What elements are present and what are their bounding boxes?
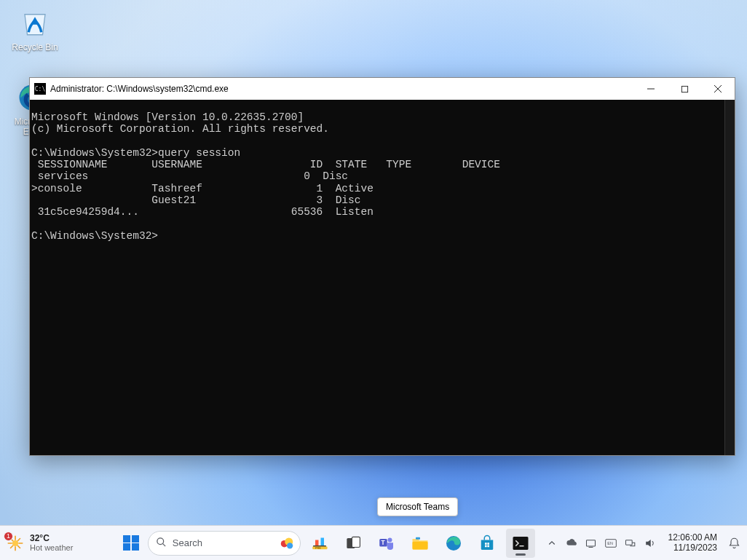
onedrive-tray-icon[interactable] — [566, 537, 577, 549]
window-title: Administrator: C:\Windows\system32\cmd.e… — [50, 84, 634, 94]
taskbar: 1 32°C Hot weather Search — [0, 525, 747, 560]
svg-rect-24 — [485, 543, 487, 545]
tray-icon[interactable] — [585, 537, 597, 549]
system-tray: EN 12:06:00 AM 11/19/2023 — [546, 533, 741, 553]
maximize-button[interactable] — [668, 78, 701, 100]
copilot-taskbar-button[interactable]: PRE — [305, 529, 334, 558]
volume-tray-icon[interactable] — [644, 537, 656, 549]
desktop: Recycle Bin Microsoft Ed... C:\ Administ… — [0, 0, 747, 560]
search-box[interactable]: Search — [148, 531, 301, 556]
svg-rect-26 — [485, 545, 487, 547]
weather-badge: 1 — [4, 532, 13, 541]
taskbar-clock[interactable]: 12:06:00 AM 11/19/2023 — [668, 533, 717, 553]
chevron-up-icon[interactable] — [546, 537, 558, 549]
svg-rect-27 — [487, 545, 489, 547]
console-line: C:\Windows\System32>query session — [31, 147, 240, 159]
search-highlight-icon — [278, 535, 296, 552]
recycle-bin-label: Recycle Bin — [7, 42, 63, 52]
task-view-button[interactable] — [339, 529, 368, 558]
console-line: Microsoft Windows [Version 10.0.22635.27… — [31, 111, 304, 123]
svg-rect-30 — [587, 540, 596, 546]
svg-text:T: T — [381, 540, 384, 546]
edge-taskbar-button[interactable] — [439, 529, 468, 558]
windows-logo-icon — [123, 535, 139, 551]
start-button[interactable] — [119, 531, 143, 556]
weather-desc: Hot weather — [30, 543, 73, 552]
console-line: >console Tashreef 1 Active — [31, 183, 374, 194]
console-line: SESSIONNAME USERNAME ID STATE TYPE DEVIC… — [31, 159, 500, 170]
close-button[interactable] — [701, 78, 735, 100]
svg-rect-22 — [416, 537, 420, 539]
svg-rect-21 — [412, 541, 427, 549]
console-line — [31, 135, 38, 147]
teams-taskbar-button[interactable]: T — [372, 529, 401, 558]
svg-point-8 — [157, 537, 164, 544]
console-output[interactable]: Microsoft Windows [Version 10.0.22635.27… — [30, 100, 735, 455]
console-line: 31c5ce94259d4... 65536 Listen — [31, 206, 374, 218]
notifications-tray-icon[interactable] — [727, 537, 741, 549]
terminal-taskbar-button[interactable] — [506, 529, 535, 558]
store-taskbar-button[interactable] — [473, 529, 502, 558]
console-line — [31, 218, 38, 229]
recycle-bin-desktop-icon[interactable]: Recycle Bin — [7, 7, 63, 52]
svg-text:PRE: PRE — [315, 546, 321, 549]
svg-point-12 — [287, 543, 293, 548]
svg-rect-17 — [352, 537, 360, 547]
minimize-button[interactable] — [634, 78, 668, 100]
cmd-app-icon: C:\ — [34, 83, 46, 95]
weather-widget[interactable]: 1 32°C Hot weather — [6, 534, 108, 553]
console-line: (c) Microsoft Corporation. All rights re… — [31, 123, 329, 135]
weather-temp: 32°C — [30, 534, 73, 543]
search-icon — [156, 537, 167, 550]
console-line: Guest21 3 Disc — [31, 194, 360, 206]
console-line: C:\Windows\System32> — [31, 230, 158, 242]
weather-icon: 1 — [6, 534, 25, 553]
titlebar[interactable]: C:\ Administrator: C:\Windows\system32\c… — [30, 78, 735, 100]
svg-rect-25 — [487, 543, 489, 545]
svg-rect-28 — [513, 537, 528, 550]
clock-date: 11/19/2023 — [673, 543, 717, 553]
cmd-window: C:\ Administrator: C:\Windows\system32\c… — [29, 77, 735, 456]
svg-point-7 — [12, 540, 18, 545]
search-placeholder: Search — [173, 537, 202, 548]
network-tray-icon[interactable] — [625, 537, 636, 549]
console-line: services 0 Disc — [31, 170, 348, 182]
svg-point-20 — [387, 537, 392, 542]
svg-rect-34 — [625, 540, 632, 545]
svg-text:EN: EN — [607, 541, 613, 545]
file-explorer-taskbar-button[interactable] — [406, 529, 435, 558]
clock-time: 12:06:00 AM — [668, 533, 717, 543]
recycle-bin-icon — [19, 7, 51, 39]
taskbar-tooltip: Microsoft Teams — [377, 497, 458, 516]
svg-line-9 — [162, 543, 165, 546]
svg-rect-4 — [681, 86, 687, 92]
scrollbar[interactable] — [724, 100, 735, 455]
language-tray-icon[interactable]: EN — [605, 537, 617, 549]
